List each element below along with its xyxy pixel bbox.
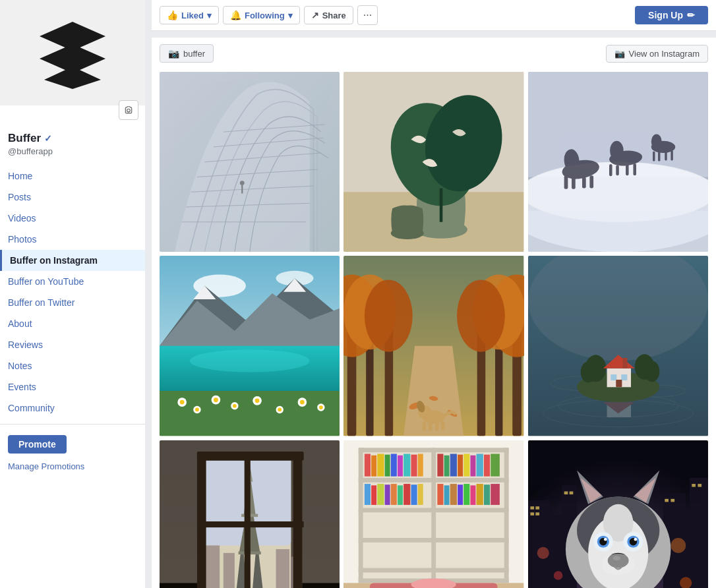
svg-rect-202 [530,506,534,510]
sidebar-item-posts[interactable]: Posts [0,187,145,208]
svg-rect-201 [690,478,708,588]
svg-point-67 [255,399,260,403]
svg-point-53 [190,350,310,372]
svg-rect-174 [411,485,417,505]
signup-button[interactable]: Sign Up ✏ [635,6,708,24]
svg-rect-111 [622,358,627,368]
share-button[interactable]: ↗ Share [304,6,353,24]
svg-rect-120 [276,549,289,588]
liked-button[interactable]: 👍 Liked ▾ [160,6,219,24]
svg-rect-181 [471,485,476,505]
svg-point-12 [240,181,245,185]
photo-cell-8[interactable] [343,440,523,588]
liked-chevron: ▾ [207,11,212,20]
svg-rect-41 [658,152,660,162]
svg-rect-171 [391,484,397,505]
share-label: Share [322,11,346,20]
sidebar-item-notes[interactable]: Notes [0,355,145,376]
camera-button[interactable] [119,100,138,120]
page-info: Buffer ✓ @bufferapp [0,125,145,160]
svg-rect-159 [444,455,450,476]
instagram-tab[interactable]: 📷 buffer [160,44,214,63]
photo-cell-5[interactable] [343,256,523,436]
svg-rect-178 [450,484,457,505]
svg-rect-204 [530,512,534,515]
svg-rect-92 [435,423,439,431]
action-bar-left: 👍 Liked ▾ 🔔 Following ▾ ↗ Share ··· [160,5,378,25]
photo-cell-3[interactable] [528,72,708,252]
sidebar-item-community[interactable]: Community [0,397,145,419]
sidebar-item-photos[interactable]: Photos [0,229,145,250]
sidebar-item-about[interactable]: About [0,313,145,334]
svg-rect-119 [224,553,235,588]
svg-rect-169 [378,484,384,505]
svg-rect-184 [491,484,500,505]
sidebar-item-videos[interactable]: Videos [0,208,145,229]
svg-rect-175 [418,484,423,505]
photo-cell-7[interactable] [160,440,340,588]
view-on-instagram-label: View on Instagram [629,49,700,59]
svg-point-69 [300,400,305,405]
page-name-text: Buffer [8,132,41,145]
instagram-section: 📷 buffer 📷 View on Instagram [152,38,716,588]
svg-marker-2 [44,67,101,89]
svg-point-103 [580,362,595,383]
svg-rect-150 [371,455,376,476]
photo-cell-9[interactable] [528,440,708,588]
svg-rect-157 [418,454,423,476]
svg-rect-176 [438,484,444,505]
svg-rect-163 [471,455,476,476]
svg-rect-179 [458,485,463,505]
svg-rect-173 [403,484,410,505]
manage-promotions-link[interactable]: Manage Promotions [0,459,145,474]
sidebar-item-events[interactable]: Events [0,376,145,397]
instagram-camera-icon: 📷 [614,49,625,59]
svg-rect-147 [504,448,509,583]
photo-cell-6[interactable] [528,256,708,436]
following-chevron: ▾ [288,11,293,20]
svg-rect-211 [698,484,701,487]
svg-point-68 [278,408,282,412]
photo-cell-1[interactable] [160,72,340,252]
svg-rect-209 [671,499,674,502]
sidebar-item-buffer-on-youtube[interactable]: Buffer on YouTube [0,271,145,292]
logo-svg [30,16,115,89]
svg-rect-54 [160,391,340,436]
page-name: Buffer ✓ [8,132,137,145]
svg-rect-177 [444,485,450,505]
svg-rect-109 [621,374,627,380]
following-button[interactable]: 🔔 Following ▾ [223,6,300,24]
promote-button[interactable]: Promote [8,435,67,454]
svg-rect-130 [293,452,303,588]
sidebar-item-buffer-on-instagram[interactable]: Buffer on Instagram [0,250,145,271]
instagram-header: 📷 buffer 📷 View on Instagram [160,44,708,63]
sidebar-item-reviews[interactable]: Reviews [0,334,145,355]
photo-cell-2[interactable] [343,72,523,252]
svg-point-213 [671,538,686,553]
svg-point-84 [457,280,505,352]
svg-rect-28 [564,175,568,189]
svg-rect-151 [378,454,384,476]
sidebar: Buffer ✓ @bufferapp Home Posts Videos Ph… [0,0,145,588]
svg-rect-29 [572,177,576,189]
svg-rect-91 [429,423,433,431]
photo-cell-4[interactable] [160,256,340,436]
sidebar-item-home[interactable]: Home [0,165,145,187]
view-on-instagram-button[interactable]: 📷 View on Instagram [606,45,708,63]
buffer-logo [30,16,115,89]
svg-rect-164 [477,454,483,476]
following-label: Following [245,11,285,20]
svg-rect-43 [671,151,672,161]
bell-icon: 🔔 [230,10,241,20]
svg-rect-158 [438,454,444,476]
thumbs-up-icon: 👍 [167,10,178,20]
svg-rect-166 [491,454,500,476]
action-bar: 👍 Liked ▾ 🔔 Following ▾ ↗ Share ··· Sign… [152,0,716,31]
svg-point-66 [233,404,237,408]
svg-point-39 [651,134,661,150]
svg-rect-44 [528,211,708,252]
svg-rect-182 [477,484,483,505]
pencil-icon: ✏ [687,10,695,20]
more-button[interactable]: ··· [357,5,378,25]
sidebar-item-buffer-on-twitter[interactable]: Buffer on Twitter [0,292,145,313]
